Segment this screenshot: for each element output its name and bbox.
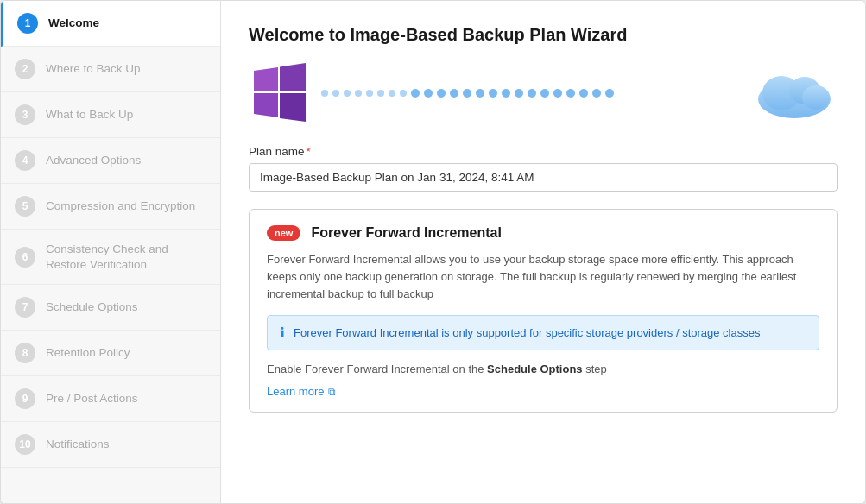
sidebar-item-label-1: Welcome [48, 16, 99, 31]
dot [389, 90, 395, 97]
dots-line [311, 89, 751, 98]
sidebar-item-7: 7Schedule Options [1, 285, 220, 331]
page-title: Welcome to Image-Based Backup Plan Wizar… [249, 25, 838, 45]
plan-name-input[interactable] [249, 163, 838, 192]
new-badge: new [267, 225, 300, 241]
dot [476, 89, 484, 98]
dot [579, 89, 588, 98]
info-notice: ℹ Forever Forward Incremental is only su… [267, 315, 819, 350]
sidebar-item-label-8: Retention Policy [46, 345, 130, 361]
sidebar-item-label-5: Compression and Encryption [46, 198, 195, 214]
sidebar-item-label-9: Pre / Post Actions [46, 391, 138, 406]
step-circle-2: 2 [15, 59, 35, 79]
dot [605, 89, 614, 98]
sidebar-item-4: 4Advanced Options [1, 138, 220, 184]
svg-point-7 [802, 85, 830, 110]
sidebar-item-label-6: Consistency Check and Restore Verificati… [46, 242, 206, 272]
wizard-container: 1Welcome2Where to Back Up3What to Back U… [0, 0, 866, 504]
dot [463, 89, 471, 98]
svg-marker-3 [280, 93, 306, 122]
dot [528, 89, 536, 98]
info-card-title: Forever Forward Incremental [311, 225, 502, 241]
info-card: new Forever Forward Incremental Forever … [249, 209, 838, 413]
plan-name-label: Plan name* [249, 145, 838, 158]
dot [592, 89, 601, 98]
info-card-description: Forever Forward Incremental allows you t… [267, 251, 819, 303]
sidebar-item-5: 5Compression and Encryption [1, 184, 220, 230]
dot [566, 89, 575, 98]
dot [411, 89, 420, 98]
dot [355, 90, 362, 97]
info-card-header: new Forever Forward Incremental [267, 225, 819, 241]
hero-illustration [249, 62, 838, 124]
dot [437, 89, 446, 98]
sidebar-item-8: 8Retention Policy [1, 331, 220, 376]
info-enable-text: Enable Forever Forward Incremental on th… [267, 362, 819, 375]
sidebar-item-6: 6Consistency Check and Restore Verificat… [1, 230, 220, 285]
dot [321, 90, 328, 97]
sidebar-item-label-2: Where to Back Up [46, 61, 141, 77]
step-circle-7: 7 [15, 297, 35, 318]
sidebar-item-3: 3What to Back Up [1, 92, 220, 138]
info-notice-text: Forever Forward Incremental is only supp… [294, 326, 760, 339]
svg-marker-1 [280, 63, 306, 91]
main-content: Welcome to Image-Based Backup Plan Wizar… [221, 1, 865, 503]
plan-name-group: Plan name* [249, 145, 838, 192]
sidebar-item-label-4: Advanced Options [46, 153, 141, 168]
dot [424, 89, 433, 98]
dot [540, 89, 549, 98]
dot [344, 90, 351, 97]
required-indicator: * [307, 145, 311, 158]
step-circle-4: 4 [15, 150, 35, 171]
dot [553, 89, 562, 98]
sidebar-item-1[interactable]: 1Welcome [1, 1, 220, 47]
step-circle-1: 1 [17, 13, 38, 34]
step-circle-10: 10 [15, 434, 35, 455]
dot [515, 89, 523, 98]
cloud-icon [751, 63, 838, 123]
sidebar-item-9: 9Pre / Post Actions [1, 376, 220, 422]
step-circle-8: 8 [15, 343, 35, 363]
dot [332, 90, 339, 97]
learn-more-link[interactable]: Learn more ⧉ [267, 385, 336, 398]
windows-logo-icon [249, 62, 311, 124]
step-circle-3: 3 [15, 104, 35, 125]
step-circle-5: 5 [15, 196, 35, 217]
step-circle-6: 6 [15, 247, 35, 268]
dot [450, 89, 458, 98]
dot [400, 90, 407, 97]
sidebar-item-label-10: Notifications [46, 437, 110, 452]
dot [377, 90, 384, 97]
sidebar-item-label-3: What to Back Up [46, 107, 133, 123]
dot [502, 89, 510, 98]
dot [489, 89, 497, 98]
sidebar: 1Welcome2Where to Back Up3What to Back U… [1, 1, 221, 503]
sidebar-item-label-7: Schedule Options [46, 299, 138, 315]
svg-marker-0 [254, 67, 278, 91]
svg-marker-2 [254, 93, 278, 117]
info-icon: ℹ [280, 324, 285, 341]
external-link-icon: ⧉ [328, 386, 336, 398]
sidebar-item-2: 2Where to Back Up [1, 47, 220, 92]
step-circle-9: 9 [15, 388, 35, 409]
sidebar-item-10: 10Notifications [1, 422, 220, 468]
dot [366, 90, 373, 97]
